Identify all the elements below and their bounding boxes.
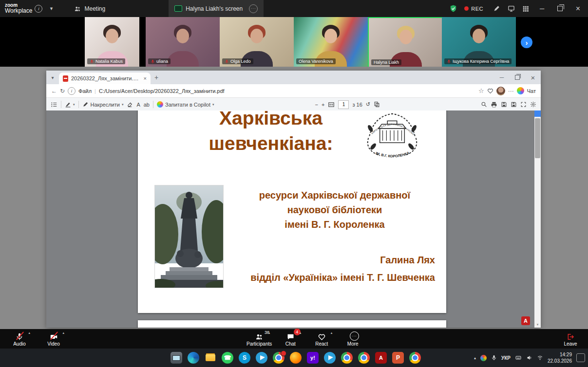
chrome-icon[interactable] (358, 352, 370, 364)
telegram-icon[interactable] (256, 352, 267, 364)
whatsapp-icon[interactable]: ☎ (222, 352, 233, 364)
telegram-icon[interactable] (324, 352, 336, 364)
highlighter-tool-button[interactable]: ▾ (65, 101, 75, 108)
draw-tool-button[interactable]: Накреслити ▾ (82, 101, 124, 108)
notification-center-icon[interactable] (576, 353, 585, 362)
participant-video[interactable]: Olena Varenikova (294, 17, 368, 67)
heart-icon (318, 333, 326, 341)
speaker-icon[interactable] (526, 355, 532, 361)
apps-button[interactable] (519, 2, 532, 15)
folder-icon[interactable] (205, 352, 216, 364)
browser-close-button[interactable]: × (525, 71, 541, 84)
profile-avatar[interactable] (496, 87, 505, 95)
yahoo-icon[interactable]: y! (307, 352, 319, 364)
security-shield-icon[interactable] (449, 4, 457, 13)
new-tab-button[interactable]: + (151, 73, 162, 81)
participant-video-active-speaker[interactable]: Halyna Liakh (368, 17, 444, 69)
next-participants-button[interactable]: › (521, 37, 532, 48)
pdf-scrollbar[interactable]: ▾ (534, 110, 541, 328)
chrome-icon[interactable] (409, 352, 421, 364)
eraser-tool-button[interactable] (127, 101, 133, 108)
language-indicator[interactable]: УКР (501, 355, 511, 361)
participants-button[interactable]: 38 ▴ Participants (247, 329, 272, 349)
info-icon: i (35, 5, 42, 13)
audio-button[interactable]: ▴ Audio (7, 329, 32, 349)
whiteboard-button[interactable] (505, 2, 517, 15)
save-icon[interactable] (501, 101, 507, 108)
tab-options-icon[interactable]: ··· (249, 4, 258, 13)
acrobat-icon[interactable]: A (375, 352, 387, 364)
tray-mic-icon[interactable] (491, 355, 497, 361)
network-icon[interactable] (537, 355, 543, 361)
refresh-button[interactable]: ↻ (60, 88, 65, 94)
save-as-icon[interactable] (511, 101, 517, 108)
window-close-button[interactable]: × (570, 0, 586, 17)
page-number-input[interactable]: 1 (338, 100, 349, 109)
window-minimize-button[interactable]: ─ (534, 0, 550, 17)
chrome-icon[interactable] (341, 352, 353, 364)
recording-indicator: REC (464, 6, 483, 12)
toc-icon[interactable] (51, 101, 57, 108)
browser-menu-icon[interactable]: ··· (508, 88, 514, 94)
print-icon[interactable] (491, 101, 497, 108)
page-view-icon[interactable] (374, 101, 380, 108)
participant-video[interactable]: Natalia Kabus (85, 17, 139, 67)
tab-meeting[interactable]: Meeting (68, 0, 111, 17)
more-button[interactable]: ··· More (340, 329, 365, 349)
start-button[interactable] (153, 352, 165, 364)
chat-button[interactable]: 4 ▴ Chat (278, 329, 303, 349)
read-aloud-button[interactable]: A (136, 102, 140, 108)
expand-icon[interactable] (520, 101, 527, 108)
chat-sidebar-button[interactable]: Чат (527, 88, 536, 94)
shared-screen-tab-label: Halyna Liakh's screen (186, 5, 243, 12)
pdf-content-area[interactable]: Харківська шевченкіана: (46, 110, 541, 328)
browser-minimize-button[interactable]: ─ (494, 71, 510, 84)
scrollbar-down-icon[interactable]: ▾ (534, 321, 541, 328)
skype-icon[interactable]: S (239, 352, 250, 364)
powerpoint-icon[interactable]: P (392, 352, 404, 364)
back-button[interactable]: ← (51, 88, 57, 94)
browser-tab[interactable]: 20260322_Лях_замінити.pdf × (59, 73, 151, 84)
tray-expand-icon[interactable]: ▴ (474, 356, 476, 360)
titlebar-right-controls: REC ─ × (449, 0, 588, 17)
fit-to-width-icon[interactable] (328, 101, 335, 108)
copilot-icon[interactable] (517, 87, 524, 94)
muted-mic-icon (151, 59, 155, 64)
window-restore-button[interactable] (552, 0, 568, 17)
search-icon[interactable] (481, 101, 487, 108)
meeting-info-button[interactable]: i (32, 2, 45, 15)
add-text-button[interactable]: ab (144, 102, 150, 108)
acrobat-extension-icon[interactable]: A (521, 316, 530, 325)
scrollbar-up-button[interactable] (534, 110, 541, 117)
react-button[interactable]: ▴ React (309, 329, 334, 349)
leave-button[interactable]: Leave (558, 329, 583, 349)
file-explorer-icon[interactable] (171, 352, 182, 364)
tab-search-chevron[interactable]: ▾ (46, 75, 59, 80)
tray-app-icon[interactable] (480, 355, 487, 361)
url-field[interactable]: i Файл | C:/Users/Acer/Desktop/20260322_… (68, 87, 475, 95)
zoom-in-button[interactable]: + (322, 102, 324, 108)
participant-video[interactable]: Olga Ledo (220, 17, 294, 67)
participant-video[interactable]: Іщукова Катерина Сергіївна (442, 17, 516, 67)
scrollbar-thumb[interactable] (535, 118, 540, 158)
browser-essentials-icon[interactable] (487, 88, 493, 94)
zoom-out-button[interactable]: − (315, 102, 318, 108)
edge-icon[interactable] (188, 352, 199, 364)
video-button[interactable]: ▴ Video (41, 329, 66, 349)
favorites-star-icon[interactable]: ☆ (478, 87, 484, 94)
firefox-icon[interactable] (290, 352, 302, 364)
chrome-icon[interactable] (273, 352, 285, 364)
ask-copilot-button[interactable]: Запитати в Copilot ▾ (157, 101, 214, 108)
annotate-button[interactable] (490, 2, 503, 15)
tab-shared-screen[interactable]: Halyna Liakh's screen ··· (169, 0, 264, 17)
zoom-controls-bar: ▴ Audio ▴ Video 38 ▴ Participants 4 ▴ Ch… (0, 329, 588, 349)
titlebar-chevron-button[interactable]: ▾ (45, 2, 57, 15)
browser-restore-button[interactable] (510, 71, 525, 84)
page-info-icon[interactable]: i (68, 87, 76, 95)
settings-gear-icon[interactable] (530, 101, 536, 108)
rotate-button[interactable]: ↺ (366, 101, 370, 108)
participant-video[interactable]: uliana (146, 17, 220, 67)
tab-close-icon[interactable]: × (144, 75, 147, 81)
taskbar-clock[interactable]: 14:29 22.03.2026 (548, 351, 572, 365)
keyboard-icon[interactable] (515, 355, 522, 361)
